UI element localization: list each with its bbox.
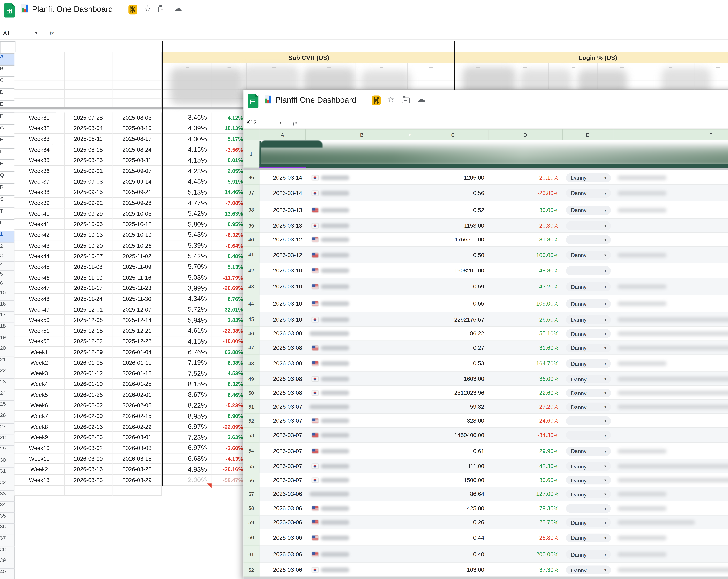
cell-week-start[interactable]: 2025-12-08 [64,315,112,326]
cell-week[interactable]: Week9 [15,432,64,443]
row-header-62[interactable]: 62 [243,563,260,577]
cell-cvr[interactable]: 7.52% [163,368,212,379]
row-header-55[interactable]: 55 [243,459,260,473]
cell-wow[interactable]: 5.17% [212,134,246,145]
row-header-41[interactable]: 41 [243,247,260,263]
cell-week-start[interactable]: 2025-11-24 [64,294,112,304]
cell-pct[interactable]: 22.60% [488,389,558,396]
cell-cvr[interactable]: 4.15% [163,155,212,166]
cell-week-end[interactable]: 2026-02-01 [112,389,162,400]
row-header-51[interactable]: 51 [243,400,260,414]
cell-week-end[interactable]: 2025-08-03 [112,112,162,123]
assignee-dropdown[interactable]: Danny▼ [566,299,610,308]
cell-pct[interactable]: 30.60% [488,477,558,483]
row-header-24[interactable]: 24 [0,390,15,401]
cell-week[interactable]: Week1 [15,347,64,357]
row-header-46[interactable]: 46 [243,327,260,341]
cell-value[interactable]: 86.22 [418,330,484,336]
cell-week-end[interactable]: 2026-03-01 [112,432,162,443]
cell-week-end[interactable]: 2026-03-22 [112,464,162,475]
assignee-dropdown[interactable]: Danny▼ [566,329,610,338]
cell-week[interactable]: Week33 [15,134,64,145]
move-folder-icon[interactable] [402,98,410,103]
cell-I4[interactable] [408,81,455,90]
name-box-caret-icon[interactable]: ▾ [279,120,282,125]
cell-A6[interactable] [15,99,64,107]
row-header-59[interactable]: 59 [243,515,260,529]
cell-pct[interactable]: 79.30% [488,505,558,511]
row-header-52[interactable]: 52 [243,414,260,428]
cell-value[interactable]: 103.00 [418,567,484,573]
assignee-dropdown[interactable]: Danny▼ [566,565,610,574]
cell-A3[interactable] [15,72,64,81]
cell-week[interactable]: Week31 [15,112,64,123]
row-corner-button[interactable] [243,129,260,141]
cell-week-end[interactable]: 2025-09-28 [112,198,162,208]
cell-date[interactable]: 2026-03-06 [262,491,302,497]
cell-week[interactable]: Week13 [15,475,64,485]
cell-week-start[interactable]: 2026-02-02 [64,400,112,411]
cell-date[interactable]: 2026-03-06 [262,551,302,557]
cell-cvr[interactable]: 7.19% [163,357,212,368]
cell-pct[interactable]: 36.00% [488,376,558,382]
cell-wow[interactable]: 62.88% [212,347,246,357]
cell-cvr[interactable]: 5.72% [163,304,212,315]
cell-week-end[interactable]: 2025-12-28 [112,336,162,347]
assignee-dropdown[interactable]: Danny▼ [566,447,610,455]
cell-pct[interactable]: 31.60% [488,345,558,351]
cell-week-end[interactable]: 2025-08-31 [112,155,162,166]
cell-cvr[interactable]: 4.15% [163,145,212,155]
cell-date[interactable]: 2026-03-10 [262,316,302,322]
cell-wow[interactable]: -3.56% [212,145,246,155]
cell-week-end[interactable]: 2026-03-29 [112,475,162,485]
row-header-53[interactable]: 53 [243,428,260,443]
column-header-E[interactable]: E [563,129,613,141]
cell-week-start[interactable]: 2025-10-13 [64,230,112,240]
document-title[interactable]: Planfit One Dashboard [32,5,113,14]
cell-wow[interactable]: 3.63% [212,432,246,443]
row-header-39[interactable]: 39 [243,219,260,233]
cell-value[interactable]: 1450406.00 [418,432,484,438]
cell-pct[interactable]: 200.00% [488,551,558,557]
cell-week-end[interactable]: 2025-11-30 [112,294,162,304]
cell-week-end[interactable]: 2025-08-24 [112,145,162,155]
assignee-dropdown[interactable]: Danny▼ [566,359,610,368]
cell-A2[interactable] [15,64,64,72]
cell-week[interactable]: Week2 [15,357,64,368]
cell-value[interactable]: 0.44 [418,534,484,540]
merged-header-login-pct[interactable]: Login % (US) [455,52,728,64]
cell-wow[interactable]: -5.23% [212,400,246,411]
cell-date[interactable]: 2026-03-07 [262,404,302,410]
cell-week[interactable]: Week38 [15,187,64,198]
cell-week-start[interactable]: 2025-09-22 [64,198,112,208]
fx-icon[interactable]: fx [50,29,54,37]
cell-week-end[interactable]: 2026-01-25 [112,379,162,389]
cell-week-end[interactable]: 2025-11-16 [112,272,162,283]
cell-week-start[interactable]: 2025-09-15 [64,187,112,198]
assignee-dropdown[interactable]: ▼ [566,416,610,425]
assignee-dropdown[interactable]: ▼ [566,235,610,244]
workspace-badge-icon[interactable] [128,5,137,15]
cell-C4[interactable] [112,81,162,90]
cell-wow[interactable]: -26.16% [212,464,246,475]
row-header-31[interactable]: 31 [0,468,15,479]
cell-value[interactable]: 86.64 [418,491,484,497]
cell-cvr[interactable]: 4.93% [163,464,212,475]
row-header-34[interactable]: 34 [0,502,15,513]
row-header-4[interactable]: 4 [0,261,15,271]
cell-week-start[interactable]: 2025-08-04 [64,123,112,134]
cell-cvr[interactable]: 5.42% [163,208,212,219]
cell-wow[interactable]: 0.48% [212,251,246,262]
cell-date[interactable]: 2026-03-07 [262,463,302,469]
row-header-50[interactable]: 50 [243,386,260,400]
cell-week-start[interactable]: 2025-09-01 [64,166,112,176]
cell-date[interactable]: 2026-03-06 [262,519,302,525]
cell-empty[interactable] [15,485,64,496]
row-header-28[interactable]: 28 [0,435,15,446]
cell-wow[interactable]: -11.79% [212,272,246,283]
cell-week[interactable]: Week51 [15,326,64,336]
row-header-3[interactable]: 3 [0,252,15,262]
cell-week[interactable]: Week41 [15,219,64,230]
cell-week-end[interactable]: 2026-02-08 [112,400,162,411]
cell-cvr[interactable]: 8.95% [163,411,212,422]
